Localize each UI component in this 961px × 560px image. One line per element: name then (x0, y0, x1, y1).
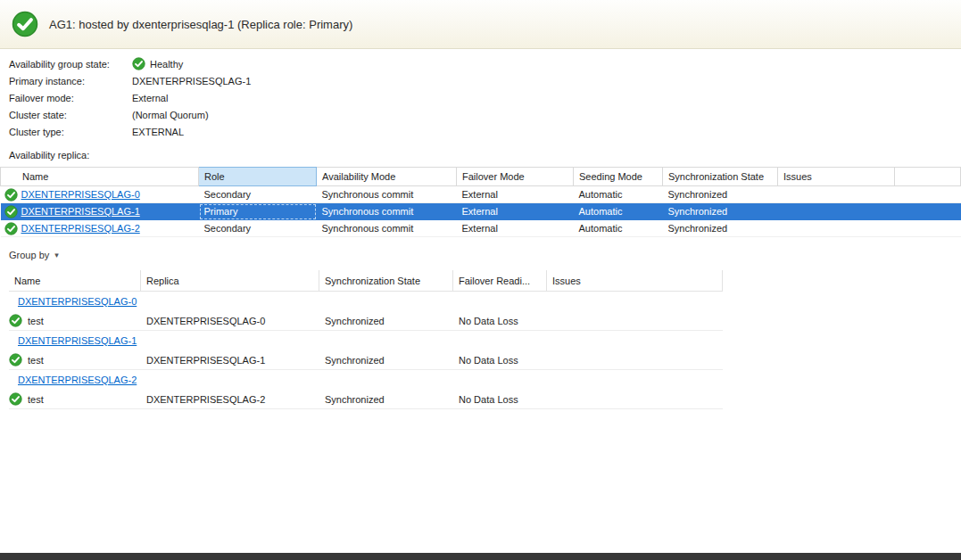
replica-filler-cell (895, 220, 961, 237)
db-column-header-name[interactable]: Name (9, 270, 141, 291)
health-ok-icon (12, 11, 38, 37)
db-column-header-replica[interactable]: Replica (141, 270, 319, 291)
availability-group-dashboard: AG1: hosted by dxenterprisesqlag-1 (Repl… (0, 0, 961, 409)
database-failover-readiness: No Data Loss (453, 355, 547, 366)
replica-group-header-0[interactable]: DXENTERPRISESQLAG-0 (9, 292, 723, 311)
healthy-status-icon (132, 57, 145, 70)
db-column-header-synchronization-state[interactable]: Synchronization State (319, 270, 453, 291)
summary-row-primary-instance: Primary instance: DXENTERPRISESQLAG-1 (9, 72, 961, 89)
group-state-value: Healthy (150, 59, 183, 70)
cluster-state-label: Cluster state: (9, 110, 132, 120)
replica-group-link[interactable]: DXENTERPRISESQLAG-1 (18, 335, 137, 346)
failover-mode-label: Failover mode: (9, 93, 132, 103)
replica-ok-icon (4, 205, 18, 218)
bottom-bar (0, 553, 961, 560)
group-by-dropdown[interactable]: Group by ▾ (9, 250, 59, 260)
replica-ok-icon (4, 188, 18, 202)
replica-filler-cell (895, 203, 961, 220)
database-name: test (28, 355, 44, 366)
database-row-0[interactable]: test DXENTERPRISESQLAG-0 Synchronized No… (9, 311, 723, 331)
database-ok-icon (9, 314, 22, 327)
replica-name-link[interactable]: DXENTERPRISESQLAG-2 (21, 223, 140, 234)
database-replica: DXENTERPRISESQLAG-0 (141, 316, 319, 326)
replica-seeding-mode: Automatic (574, 203, 663, 220)
replica-synchronization-state: Synchronized (663, 203, 778, 220)
group-state-label: Availability group state: (9, 59, 132, 70)
replica-group-link[interactable]: DXENTERPRISESQLAG-2 (18, 375, 137, 385)
replica-group-header-2[interactable]: DXENTERPRISESQLAG-2 (9, 370, 723, 390)
replica-seeding-mode: Automatic (574, 220, 663, 237)
database-name: test (28, 394, 44, 405)
replica-availability-mode: Synchronous commit (317, 186, 457, 203)
database-synchronization-state: Synchronized (319, 394, 453, 405)
db-column-header-failover-readiness[interactable]: Failover Readi... (453, 270, 547, 291)
replica-issues (778, 186, 895, 203)
replica-row-0[interactable]: DXENTERPRISESQLAG-0 Secondary Synchronou… (1, 186, 961, 203)
database-synchronization-state: Synchronized (319, 316, 453, 326)
replica-ok-icon (4, 222, 18, 235)
column-header-role[interactable]: Role (199, 168, 317, 186)
column-header-synchronization-state[interactable]: Synchronization State (663, 168, 778, 186)
replica-role: Secondary (199, 186, 317, 203)
database-ok-icon (9, 353, 22, 366)
database-replica: DXENTERPRISESQLAG-1 (141, 355, 319, 366)
group-by-label: Group by (9, 250, 49, 260)
column-header-seeding-mode[interactable]: Seeding Mode (574, 168, 663, 186)
database-failover-readiness: No Data Loss (453, 394, 547, 405)
summary-panel: Availability group state: Healthy Primar… (0, 49, 961, 140)
replica-synchronization-state: Synchronized (663, 220, 778, 237)
primary-instance-value: DXENTERPRISESQLAG-1 (132, 76, 251, 86)
replica-availability-mode: Synchronous commit (317, 203, 457, 220)
replica-group-header-1[interactable]: DXENTERPRISESQLAG-1 (9, 331, 723, 350)
replica-name-link[interactable]: DXENTERPRISESQLAG-1 (21, 206, 140, 217)
chevron-down-icon: ▾ (54, 251, 59, 259)
summary-row-cluster-state: Cluster state: (Normal Quorum) (9, 106, 961, 123)
database-name: test (28, 316, 44, 326)
failover-mode-value: External (132, 93, 168, 103)
availability-replica-label: Availability replica: (9, 150, 961, 161)
database-failover-readiness: No Data Loss (453, 316, 547, 326)
page-title: AG1: hosted by dxenterprisesqlag-1 (Repl… (49, 18, 352, 31)
replica-failover-mode: External (457, 203, 574, 220)
database-row-2[interactable]: test DXENTERPRISESQLAG-2 Synchronized No… (9, 390, 723, 409)
replica-row-1-selected[interactable]: DXENTERPRISESQLAG-1 Primary Synchronous … (1, 203, 961, 220)
column-header-availability-mode[interactable]: Availability Mode (317, 168, 457, 186)
db-column-header-issues[interactable]: Issues (547, 270, 723, 291)
database-row-1[interactable]: test DXENTERPRISESQLAG-1 Synchronized No… (9, 350, 723, 370)
replica-role: Primary (199, 203, 317, 220)
replica-role: Secondary (199, 220, 317, 237)
replicas-table: Name Role Availability Mode Failover Mod… (0, 167, 961, 237)
replica-issues (778, 203, 895, 220)
replica-failover-mode: External (457, 186, 574, 203)
column-header-issues[interactable]: Issues (778, 168, 895, 186)
primary-instance-label: Primary instance: (9, 76, 132, 86)
replica-row-2[interactable]: DXENTERPRISESQLAG-2 Secondary Synchronou… (1, 220, 961, 237)
column-header-name[interactable]: Name (1, 168, 199, 186)
column-header-filler (895, 168, 961, 186)
replica-name-link[interactable]: DXENTERPRISESQLAG-0 (21, 189, 140, 200)
database-replica: DXENTERPRISESQLAG-2 (141, 394, 319, 405)
replica-seeding-mode: Automatic (574, 186, 663, 203)
replica-issues (778, 220, 895, 237)
column-header-failover-mode[interactable]: Failover Mode (457, 168, 574, 186)
databases-table: Name Replica Synchronization State Failo… (9, 270, 723, 409)
replicas-header-row: Name Role Availability Mode Failover Mod… (1, 168, 961, 186)
replica-failover-mode: External (457, 220, 574, 237)
replica-group-link[interactable]: DXENTERPRISESQLAG-0 (18, 296, 137, 307)
databases-header-row: Name Replica Synchronization State Failo… (9, 270, 723, 292)
replica-availability-mode: Synchronous commit (317, 220, 457, 237)
summary-row-failover-mode: Failover mode: External (9, 89, 961, 106)
cluster-type-label: Cluster type: (9, 127, 132, 137)
replica-filler-cell (895, 186, 961, 203)
dashboard-header: AG1: hosted by dxenterprisesqlag-1 (Repl… (0, 0, 961, 49)
cluster-state-value: (Normal Quorum) (132, 110, 209, 120)
replica-synchronization-state: Synchronized (663, 186, 778, 203)
summary-row-cluster-type: Cluster type: EXTERNAL (9, 123, 961, 140)
cluster-type-value: EXTERNAL (132, 127, 184, 137)
summary-row-group-state: Availability group state: Healthy (9, 55, 961, 72)
database-synchronization-state: Synchronized (319, 355, 453, 366)
database-ok-icon (9, 392, 22, 406)
